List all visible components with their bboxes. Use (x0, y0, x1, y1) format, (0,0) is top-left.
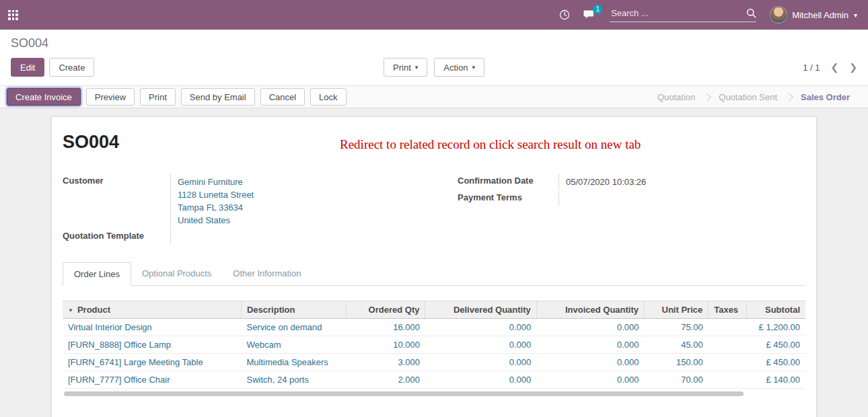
user-menu[interactable]: Mitchell Admin ▾ (770, 6, 857, 24)
avatar (770, 6, 787, 24)
caret-down-icon: ▾ (472, 65, 475, 71)
cell-delivered-qty: 0.000 (425, 371, 536, 389)
table-row[interactable]: [FURN_8888] Office LampWebcam10.0000.000… (63, 336, 805, 354)
cell-subtotal: £ 140.00 (747, 371, 805, 389)
cell-product: Virtual Interior Design (63, 319, 241, 336)
control-panel: SO004 Edit Create Print ▾ Action ▾ 1 / 1… (0, 30, 868, 85)
cell-taxes (709, 371, 747, 389)
create-button[interactable]: Create (49, 58, 94, 77)
column-header-taxes[interactable]: Taxes (709, 301, 747, 319)
user-name: Mitchell Admin (792, 10, 848, 20)
caret-down-icon: ▾ (415, 65, 419, 71)
column-header-product[interactable]: ▼Product (63, 301, 241, 319)
lock-button[interactable]: Lock (310, 88, 346, 106)
customer-link[interactable]: Gemini Furniture (178, 176, 410, 188)
cancel-button[interactable]: Cancel (260, 88, 305, 106)
customer-address-line[interactable]: United States (178, 214, 410, 227)
quotation-template-value[interactable] (170, 229, 410, 243)
column-header-invoiced-quantity[interactable]: Invoiced Quantity (536, 301, 644, 319)
cell-delivered-qty: 0.000 (425, 319, 536, 336)
order-lines-table: ▼Product Description Ordered Qty Deliver… (63, 301, 805, 389)
print-dropdown[interactable]: Print ▾ (384, 58, 427, 77)
cell-ordered-qty: 3.000 (347, 354, 425, 371)
annotation-text: Redirect to related record on click sear… (340, 137, 641, 152)
status-step-quotation-sent[interactable]: Quotation Sent (710, 92, 786, 102)
preview-button[interactable]: Preview (86, 88, 135, 106)
customer-address-line[interactable]: Tampa FL 33634 (178, 201, 410, 214)
quotation-template-label: Quotation Template (63, 229, 170, 243)
customer-value: Gemini Furniture 1128 Lunetta Street Tam… (170, 174, 410, 228)
top-navbar: 1 Mitchell Admin ▾ (0, 0, 868, 30)
table-row[interactable]: [FURN_7777] Office ChairSwitch, 24 ports… (63, 371, 805, 389)
dropdown-buttons: Print ▾ Action ▾ (384, 58, 484, 77)
cell-subtotal: £ 450.00 (747, 336, 805, 354)
pager-previous-icon[interactable]: ❮ (831, 62, 839, 73)
cell-ordered-qty: 2.000 (347, 371, 425, 389)
confirmation-date-label: Confirmation Date (458, 174, 558, 190)
cell-ordered-qty: 16.000 (347, 319, 425, 336)
form-sheet: SO004 Redirect to related record on clic… (51, 116, 817, 417)
fields-grid: Customer Gemini Furniture 1128 Lunetta S… (63, 174, 805, 245)
print-button[interactable]: Print (140, 88, 176, 106)
topbar-right: 1 Mitchell Admin ▾ (559, 6, 857, 24)
edit-button[interactable]: Edit (11, 58, 44, 77)
cell-unit-price: 45.00 (645, 336, 709, 354)
send-by-email-button[interactable]: Send by Email (181, 88, 255, 106)
record-buttons: Edit Create (11, 58, 94, 77)
pager-count: 1 / 1 (803, 63, 820, 73)
pager-next-icon[interactable]: ❯ (849, 62, 857, 73)
status-step-quotation[interactable]: Quotation (649, 92, 704, 102)
tab-optional-products[interactable]: Optional Products (131, 262, 222, 285)
tab-order-lines[interactable]: Order Lines (63, 262, 131, 286)
confirmation-date-value: 05/07/2020 10:03:26 (558, 174, 805, 190)
create-invoice-button[interactable]: Create Invoice (7, 88, 81, 106)
table-row[interactable]: Virtual Interior DesignService on demand… (63, 319, 805, 336)
pager: 1 / 1 ❮ ❯ (803, 62, 857, 73)
search-input[interactable] (610, 7, 742, 19)
table-row[interactable]: [FURN_6741] Large Meeting TableMultimedi… (63, 354, 805, 371)
cell-taxes (709, 336, 747, 354)
global-search (610, 7, 756, 22)
messages-icon[interactable]: 1 (583, 9, 596, 20)
payment-terms-value[interactable] (558, 191, 805, 205)
tab-other-information[interactable]: Other Information (222, 262, 312, 285)
cell-unit-price: 70.00 (645, 371, 709, 389)
status-step-sales-order[interactable]: Sales Order (792, 92, 859, 102)
cell-product: [FURN_6741] Large Meeting Table (63, 354, 241, 371)
column-header-unit-price[interactable]: Unit Price (645, 301, 709, 319)
statusbar: Create Invoice Preview Print Send by Ema… (0, 85, 868, 108)
statusbar-buttons: Create Invoice Preview Print Send by Ema… (7, 88, 347, 106)
order-lines-body: Virtual Interior DesignService on demand… (63, 319, 805, 389)
cell-description: Service on demand (241, 319, 346, 336)
column-header-description[interactable]: Description (241, 301, 346, 319)
cell-delivered-qty: 0.000 (425, 336, 536, 354)
breadcrumb: SO004 (11, 36, 857, 50)
cell-product: [FURN_7777] Office Chair (63, 371, 241, 389)
action-label: Action (443, 63, 468, 73)
customer-address-line[interactable]: 1128 Lunetta Street (178, 188, 410, 201)
column-header-delivered-quantity[interactable]: Delivered Quantity (425, 301, 536, 319)
cell-invoiced-qty: 0.000 (536, 336, 644, 354)
cell-invoiced-qty: 0.000 (536, 319, 644, 336)
search-icon[interactable] (746, 8, 756, 18)
column-header-ordered-qty[interactable]: Ordered Qty (347, 301, 425, 319)
action-dropdown[interactable]: Action ▾ (434, 58, 484, 77)
horizontal-scrollbar[interactable] (64, 391, 744, 396)
cell-unit-price: 75.00 (645, 319, 709, 336)
cell-subtotal: £ 450.00 (747, 354, 805, 371)
header-label: Product (77, 305, 110, 315)
cell-subtotal: £ 1,200.00 (747, 319, 805, 336)
customer-label: Customer (63, 174, 170, 228)
cell-invoiced-qty: 0.000 (536, 371, 644, 389)
cell-description: Multimedia Speakers (241, 354, 346, 371)
cell-taxes (709, 354, 747, 371)
apps-menu-icon[interactable] (8, 10, 18, 20)
cell-description: Webcam (241, 336, 346, 354)
chevron-down-icon: ▾ (854, 11, 857, 19)
sort-caret-icon[interactable]: ▼ (68, 307, 73, 313)
column-header-subtotal[interactable]: Subtotal (747, 301, 805, 319)
cell-taxes (709, 319, 747, 336)
notebook-tabs: Order Lines Optional Products Other Info… (63, 262, 805, 286)
activities-clock-icon[interactable] (559, 9, 570, 20)
cell-invoiced-qty: 0.000 (536, 354, 644, 371)
